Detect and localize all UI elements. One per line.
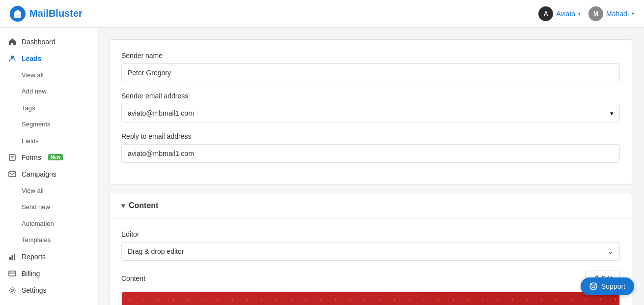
svg-rect-6 xyxy=(12,255,13,260)
aviato-avatar: A xyxy=(538,6,553,21)
svg-rect-4 xyxy=(9,172,16,177)
header-right: A Aviato ▾ M Mahadi ▾ xyxy=(538,6,634,21)
sidebar-sub-send-new[interactable]: Send new xyxy=(0,199,97,215)
sidebar-sub-add-new[interactable]: Add new xyxy=(0,83,97,99)
dashboard-label: Dashboard xyxy=(22,38,56,46)
sender-email-dropdown-btn[interactable]: ▾ xyxy=(604,104,620,122)
content-card-body: Editor Drag & drop editor ⌄ Content Edit xyxy=(110,218,632,305)
layout: Dashboard Leads View all Add new Tags Se… xyxy=(0,0,644,305)
sender-name-label: Sender name xyxy=(121,52,620,60)
sender-email-group: Sender email address ▾ xyxy=(121,92,620,122)
mahadi-chevron: ▾ xyxy=(632,11,634,16)
mahadi-account[interactable]: M Mahadi ▾ xyxy=(588,6,634,21)
reply-email-group: Reply to email address xyxy=(121,132,620,163)
aviato-chevron: ▾ xyxy=(578,11,581,16)
aviato-account[interactable]: A Aviato ▾ xyxy=(538,6,581,21)
sender-email-label: Sender email address xyxy=(121,92,620,100)
editor-label: Editor xyxy=(121,230,620,238)
editor-group: Editor Drag & drop editor ⌄ xyxy=(121,230,620,261)
billing-label: Billing xyxy=(22,270,40,277)
preview-dots xyxy=(122,292,619,305)
sidebar-sub-segments[interactable]: Segments xyxy=(0,116,97,132)
support-label: Support xyxy=(601,282,625,290)
app-title: MailBluster xyxy=(29,8,83,19)
editor-select[interactable]: Drag & drop editor ⌄ xyxy=(121,242,620,261)
svg-point-10 xyxy=(11,289,14,291)
sidebar-sub-view-all-leads[interactable]: View all xyxy=(0,67,97,83)
logo-icon xyxy=(10,6,26,22)
leads-label: Leads xyxy=(22,55,41,62)
sender-email-input[interactable] xyxy=(121,104,604,122)
sender-card: Sender name Sender email address ▾ Rep xyxy=(109,39,632,185)
sidebar-item-settings[interactable]: Settings xyxy=(0,282,97,299)
content-preview xyxy=(121,292,620,305)
email-icon xyxy=(8,170,17,179)
preview-background xyxy=(122,292,619,305)
sidebar-sub-tags[interactable]: Tags xyxy=(0,100,97,116)
sidebar-item-billing[interactable]: Billing xyxy=(0,265,97,282)
sender-card-body: Sender name Sender email address ▾ Rep xyxy=(110,40,632,184)
sidebar-item-dashboard[interactable]: Dashboard xyxy=(0,33,97,50)
editor-value: Drag & drop editor xyxy=(128,247,184,255)
sidebar-sub-templates[interactable]: Templates xyxy=(0,232,97,248)
support-button[interactable]: Support xyxy=(581,277,634,295)
content-label: Content xyxy=(121,274,145,282)
svg-point-0 xyxy=(11,56,14,59)
content-chevron-icon: ▾ xyxy=(121,202,125,210)
svg-rect-8 xyxy=(9,271,16,276)
sender-name-group: Sender name xyxy=(121,52,620,82)
reports-label: Reports xyxy=(22,253,46,261)
forms-label: Forms xyxy=(22,153,41,161)
sidebar-sub-automation[interactable]: Automation xyxy=(0,215,97,232)
home-icon xyxy=(8,37,17,46)
app-header: MailBluster A Aviato ▾ M Mahadi ▾ xyxy=(0,0,644,28)
main-content: Sender name Sender email address ▾ Rep xyxy=(97,28,644,305)
editor-chevron-icon: ⌄ xyxy=(608,247,614,255)
content-card: ▾ Content Editor Drag & drop editor ⌄ Co… xyxy=(109,193,632,305)
logo-area: MailBluster xyxy=(10,6,83,22)
svg-rect-1 xyxy=(9,154,15,160)
sidebar-sub-fields[interactable]: Fields xyxy=(0,133,97,149)
content-section-header[interactable]: ▾ Content xyxy=(110,193,632,218)
svg-rect-5 xyxy=(9,257,11,260)
sidebar-item-reports[interactable]: Reports xyxy=(0,248,97,265)
support-icon xyxy=(589,282,597,290)
sender-email-wrapper: ▾ xyxy=(121,104,620,122)
sidebar: Dashboard Leads View all Add new Tags Se… xyxy=(0,28,97,305)
reply-email-input[interactable] xyxy=(121,144,620,163)
forms-badge: New xyxy=(48,154,63,160)
reply-email-label: Reply to email address xyxy=(121,132,620,140)
sidebar-item-leads[interactable]: Leads xyxy=(0,50,97,67)
chevron-down-icon: ▾ xyxy=(610,110,614,117)
billing-icon xyxy=(8,269,17,278)
person-icon xyxy=(8,54,17,63)
sidebar-sub-view-all-campaigns[interactable]: View all xyxy=(0,183,97,199)
settings-label: Settings xyxy=(22,286,47,294)
settings-icon xyxy=(8,286,17,295)
content-section-title: Content xyxy=(129,201,158,210)
svg-point-12 xyxy=(592,285,595,288)
content-row: Content Edit xyxy=(121,271,620,286)
aviato-name: Aviato xyxy=(556,10,575,18)
campaigns-label: Campaigns xyxy=(22,170,56,178)
sidebar-item-campaigns[interactable]: Campaigns xyxy=(0,166,97,183)
mahadi-name: Mahadi xyxy=(606,10,629,18)
forms-icon xyxy=(8,153,17,162)
sidebar-item-forms[interactable]: Forms New xyxy=(0,149,97,166)
sender-name-input[interactable] xyxy=(121,63,620,82)
chart-icon xyxy=(8,252,17,261)
svg-rect-7 xyxy=(14,254,15,260)
mahadi-avatar: M xyxy=(588,6,603,21)
